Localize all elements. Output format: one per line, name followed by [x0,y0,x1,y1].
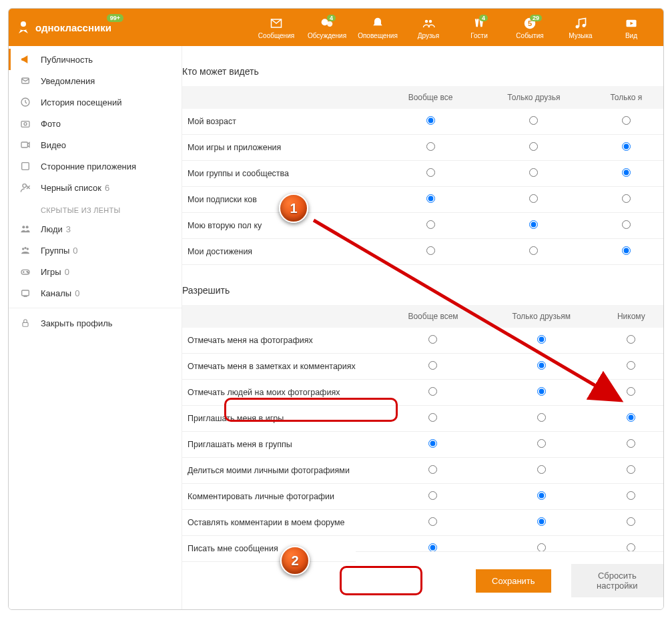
option-radio[interactable] [537,517,546,526]
save-button[interactable]: Сохранить [476,569,551,593]
option-radio[interactable] [426,116,435,125]
option-radio[interactable] [428,335,437,344]
option-radio[interactable] [529,194,538,203]
table-row: Мои достижения [182,239,663,265]
nav-guests[interactable]: Гости4 [454,16,505,39]
row-label: Комментировать личные фотографии [182,484,382,510]
option-radio[interactable] [622,194,631,203]
sidebar-item-apps[interactable]: Сторонние приложения [9,156,182,177]
option-radio[interactable] [529,168,538,177]
nav-discussions[interactable]: Обсуждения4 [302,16,352,39]
nav-video[interactable]: Вид [606,16,657,39]
col-label [182,86,382,109]
nav-messages[interactable]: Сообщения [251,16,302,39]
option-radio[interactable] [428,465,437,474]
option-radio[interactable] [428,517,437,526]
option-radio[interactable] [426,220,435,229]
option-radio[interactable] [537,413,546,422]
option-radio[interactable] [428,491,437,500]
row-label: Мой возраст [182,109,382,135]
nav-music[interactable]: Музыка [555,16,606,39]
option-radio[interactable] [627,413,635,422]
option-radio[interactable] [627,335,635,344]
sidebar-item-channels[interactable]: Каналы0 [9,282,182,304]
row-label: Мои группы и сообщества [182,161,382,187]
blacklist-icon [19,182,31,193]
see-table: Вообще всеТолько друзьяТолько яМой возра… [182,86,663,265]
sidebar-item-games[interactable]: Игры0 [9,261,182,282]
nav-notifications[interactable]: Оповещения [352,16,403,39]
option-radio[interactable] [428,439,437,448]
col-header: Вообще всем [382,305,484,328]
table-row: Мои игры и приложения [182,135,663,161]
friends-icon [420,16,437,31]
option-radio[interactable] [622,246,631,255]
channels-icon [19,288,31,298]
option-radio[interactable] [537,361,546,370]
svg-point-2 [327,21,332,26]
option-radio[interactable] [426,168,435,177]
option-radio[interactable] [537,465,546,474]
sidebar-item-label: Люди [41,224,63,234]
option-radio[interactable] [627,465,635,474]
col-header: Только друзьям [484,305,599,328]
section-title: Разрешить [182,285,663,305]
sidebar-item-label: Сторонние приложения [41,162,136,172]
row-label: Отмечать меня на фотографиях [182,328,382,354]
sidebar-item-count: 0 [75,288,79,298]
option-radio[interactable] [529,142,538,151]
video-icon [19,139,31,150]
sidebar-item-notifications[interactable]: Уведомления [9,70,182,91]
row-label: Оставлять комментарии в моем форуме [182,510,382,536]
sidebar-close-profile[interactable]: Закрыть профиль [9,312,182,334]
photo-icon [19,118,31,129]
section-allow: Разрешить Вообще всемТолько друзьямНиком… [182,285,663,562]
option-radio[interactable] [627,517,635,526]
sidebar-item-people[interactable]: Люди3 [9,218,182,240]
sidebar-hidden-heading: СКРЫТЫЕ ИЗ ЛЕНТЫ [9,198,182,218]
option-radio[interactable] [428,361,437,370]
sidebar-item-photo[interactable]: Фото [9,113,182,134]
row-label: Приглашать меня в группы [182,432,382,458]
option-radio[interactable] [426,142,435,151]
option-radio[interactable] [426,246,435,255]
nav-label: Оповещения [358,32,398,39]
nav-events[interactable]: 5События29 [505,16,555,39]
svg-point-13 [24,123,27,125]
col-label [182,305,382,328]
option-radio[interactable] [529,116,538,125]
option-radio[interactable] [627,491,635,500]
option-radio[interactable] [627,439,635,448]
option-radio[interactable] [622,168,631,177]
option-radio[interactable] [622,116,631,125]
sidebar-item-groups[interactable]: Группы0 [9,240,182,261]
svg-point-16 [23,184,26,188]
option-radio[interactable] [622,220,631,229]
sidebar-item-video[interactable]: Видео [9,134,182,156]
reset-button[interactable]: Сбросить настройки [571,564,663,597]
option-radio[interactable] [529,246,538,255]
table-row: Мой возраст [182,109,663,135]
nav-friends[interactable]: Друзья [403,16,454,39]
option-radio[interactable] [537,439,546,448]
option-radio[interactable] [537,491,546,500]
option-radio[interactable] [428,387,437,396]
sidebar-item-publicity[interactable]: Публичность [9,49,182,70]
table-row: Мои группы и сообщества [182,161,663,187]
sidebar-item-count: 6 [105,183,109,193]
option-radio[interactable] [428,413,437,422]
option-radio[interactable] [537,387,546,396]
option-radio[interactable] [537,335,546,344]
col-header: Только я [589,86,663,109]
option-radio[interactable] [426,194,435,203]
option-radio[interactable] [627,387,635,396]
svg-rect-28 [23,322,28,326]
option-radio[interactable] [529,220,538,229]
nav-label: Музыка [569,32,592,39]
logo[interactable]: одноклассники 99+ [15,19,111,35]
sidebar-item-blacklist[interactable]: Черный список6 [9,177,182,198]
sidebar-item-label: Фото [41,119,61,129]
sidebar-item-history[interactable]: История посещений [9,91,182,113]
option-radio[interactable] [627,361,635,370]
option-radio[interactable] [622,142,631,151]
